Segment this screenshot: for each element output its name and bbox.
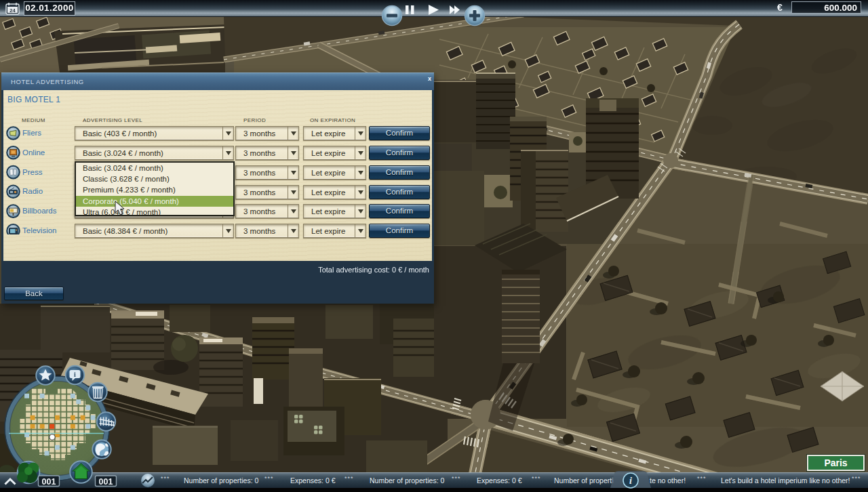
svg-text:i: i bbox=[629, 476, 632, 486]
svg-text:24: 24 bbox=[9, 7, 16, 14]
svg-text:i: i bbox=[74, 371, 76, 378]
svg-text:001: 001 bbox=[42, 477, 56, 487]
svg-text:001: 001 bbox=[99, 477, 113, 487]
